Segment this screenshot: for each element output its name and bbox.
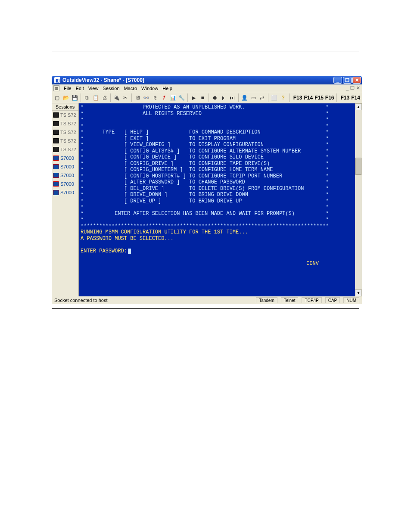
fkey-f13-b[interactable]: F13 [340, 95, 349, 101]
menu-view[interactable]: View [88, 86, 99, 91]
session-item-8[interactable]: S7000 [52, 180, 78, 188]
play-icon[interactable]: ⏵ [220, 94, 227, 102]
binary-icon[interactable]: ⅊ [152, 94, 159, 102]
paste-icon[interactable]: 📋 [92, 94, 99, 102]
mdi-minimize-button[interactable]: _ [346, 85, 349, 91]
terminal-icon [53, 190, 59, 195]
menu-window[interactable]: Window [141, 86, 158, 91]
help-icon[interactable]: ? [279, 94, 286, 102]
session-item-9[interactable]: S7000 [52, 188, 78, 197]
menu-macro[interactable]: Macro [124, 86, 137, 91]
terminal-icon [53, 147, 59, 152]
step-icon[interactable]: ⏭ [229, 94, 236, 102]
session-item-3[interactable]: TSIS72 [52, 137, 78, 145]
record-icon[interactable]: ⏺ [211, 94, 218, 102]
menu-help[interactable]: Help [162, 86, 172, 91]
terminal-emulator-window: ◧ OutsideView32 - Shane* - [S7000] _ ❐ ✕… [52, 76, 362, 304]
window-icon[interactable]: ▭ [249, 94, 257, 102]
main-area: Sessions TSIS72TSIS72TSIS72TSIS72TSIS72S… [52, 103, 362, 296]
statusbar: Socket connected to host Tandem Telnet T… [52, 296, 362, 304]
run-icon[interactable]: ▶ [190, 94, 197, 102]
fkey-f15[interactable]: F15 [314, 95, 324, 101]
close-button[interactable]: ✕ [352, 77, 361, 84]
chart-icon[interactable]: 📊 [169, 94, 176, 102]
menu-edit[interactable]: Edit [76, 86, 84, 91]
fkey-f14-b[interactable]: F14 [351, 95, 360, 101]
session-label: TSIS72 [60, 138, 76, 143]
terminal-icon [53, 156, 59, 161]
session-label: TSIS72 [60, 121, 76, 126]
scroll-down-icon[interactable]: ▼ [355, 289, 362, 296]
open-icon[interactable]: 📂 [62, 94, 69, 102]
vertical-scrollbar[interactable]: ▲ ▼ [355, 103, 362, 296]
session-label: S7000 [60, 181, 74, 187]
print-icon[interactable]: 🖨 [101, 94, 108, 102]
titlebar[interactable]: ◧ OutsideView32 - Shane* - [S7000] _ ❐ ✕ [52, 76, 362, 84]
mdi-close-button[interactable]: ✕ [356, 85, 360, 91]
user-icon[interactable]: 👤 [241, 94, 248, 102]
fkey-f14[interactable]: F14 [304, 95, 313, 101]
glasses-icon[interactable]: 👓 [143, 94, 150, 102]
menu-session[interactable]: Session [103, 86, 119, 91]
function-icon[interactable]: f [160, 94, 168, 102]
window-title: OutsideView32 - Shane* - [S7000] [62, 77, 333, 83]
connect-icon[interactable]: 🔌 [113, 94, 120, 102]
status-connection: Socket connected to host [54, 298, 108, 303]
terminal-icon [53, 112, 59, 118]
maximize-button[interactable]: ❐ [343, 77, 352, 84]
session-label: TSIS72 [60, 112, 76, 118]
sessions-header: Sessions [52, 103, 78, 111]
terminal-icon [53, 138, 59, 143]
new-icon[interactable]: ▢ [53, 94, 61, 102]
session-label: S7000 [60, 164, 74, 169]
status-protocol: Telnet [281, 297, 299, 303]
session-label: S7000 [60, 156, 74, 161]
terminal-icon[interactable]: 🖥 [134, 94, 141, 102]
save-icon[interactable]: 💾 [71, 94, 78, 102]
tool-icon[interactable]: 🔧 [178, 94, 185, 102]
status-caps: CAP [325, 297, 340, 303]
session-label: S7000 [60, 173, 74, 178]
terminal-icon [53, 181, 59, 187]
fkey-f13[interactable]: F13 [293, 95, 302, 101]
maximize-icon[interactable]: ⬜ [271, 94, 278, 102]
session-item-0[interactable]: TSIS72 [52, 111, 78, 119]
copy-icon[interactable]: ⧉ [83, 94, 90, 102]
session-label: S7000 [60, 190, 74, 195]
menu-file[interactable]: File [64, 86, 72, 91]
minimize-button[interactable]: _ [333, 77, 342, 84]
session-label: TSIS72 [60, 130, 76, 135]
status-host: Tandem [256, 297, 277, 303]
scroll-track[interactable] [355, 110, 362, 289]
text-cursor [128, 249, 131, 254]
status-transport: TCP/IP [302, 297, 321, 303]
toolbar: ▢ 📂 💾 ⧉ 📋 🖨 🔌 ✂ 🖥 👓 ⅊ f 📊 🔧 ▶ ■ ⏺ ⏵ ⏭ [52, 92, 362, 103]
session-item-4[interactable]: TSIS72 [52, 145, 78, 154]
session-item-2[interactable]: TSIS72 [52, 128, 78, 137]
terminal-icon [53, 173, 59, 178]
session-item-1[interactable]: TSIS72 [52, 119, 78, 128]
mdi-restore-button[interactable]: ❐ [350, 85, 355, 91]
mdi-system-icon[interactable]: ▥ [53, 85, 59, 91]
disconnect-icon[interactable]: ✂ [122, 94, 129, 102]
menubar: ▥ File Edit View Session Macro Window He… [52, 84, 362, 92]
terminal-icon [53, 130, 59, 135]
app-icon: ◧ [54, 77, 60, 83]
terminal-screen[interactable]: * PROTECTED AS AN UNPUBLISHED WORK. * * … [79, 103, 355, 296]
session-item-5[interactable]: S7000 [52, 154, 78, 162]
terminal-icon [53, 164, 59, 169]
session-item-6[interactable]: S7000 [52, 162, 78, 171]
session-item-7[interactable]: S7000 [52, 171, 78, 180]
scroll-thumb[interactable] [355, 158, 361, 175]
status-num: NUM [343, 297, 359, 303]
stop-icon[interactable]: ■ [199, 94, 206, 102]
scroll-up-icon[interactable]: ▲ [355, 103, 362, 110]
sessions-panel: Sessions TSIS72TSIS72TSIS72TSIS72TSIS72S… [52, 103, 79, 296]
session-label: TSIS72 [60, 147, 76, 152]
terminal-icon [53, 121, 59, 126]
fkey-f16[interactable]: F16 [325, 95, 334, 101]
transfer-icon[interactable]: ⇄ [258, 94, 266, 102]
